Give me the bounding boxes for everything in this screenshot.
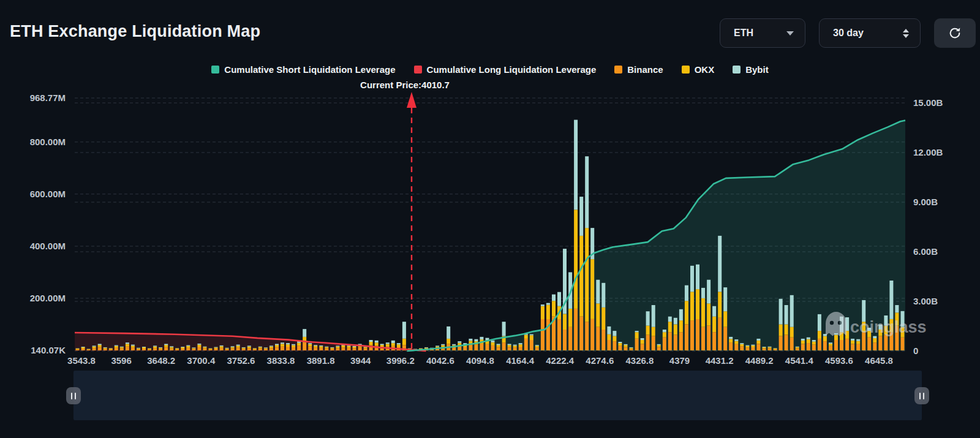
svg-text:3752.6: 3752.6 xyxy=(227,355,255,366)
svg-text:3596: 3596 xyxy=(111,355,131,366)
svg-text:4489.2: 4489.2 xyxy=(745,355,774,366)
svg-text:4042.6: 4042.6 xyxy=(426,355,454,366)
svg-text:4222.4: 4222.4 xyxy=(546,355,575,366)
svg-text:6.00B: 6.00B xyxy=(913,246,938,257)
svg-text:200.00M: 200.00M xyxy=(30,293,66,303)
svg-text:3996.2: 3996.2 xyxy=(386,355,415,366)
svg-text:0: 0 xyxy=(913,345,918,356)
svg-text:3944: 3944 xyxy=(350,355,371,366)
svg-text:140.07K: 140.07K xyxy=(31,345,66,355)
svg-text:600.00M: 600.00M xyxy=(30,189,66,199)
svg-text:12.00B: 12.00B xyxy=(913,147,943,157)
svg-text:4645.8: 4645.8 xyxy=(865,355,893,366)
svg-text:4593.6: 4593.6 xyxy=(825,355,853,366)
svg-text:4431.2: 4431.2 xyxy=(706,355,734,366)
svg-text:4541.4: 4541.4 xyxy=(785,355,814,366)
svg-text:3833.8: 3833.8 xyxy=(267,355,295,366)
svg-text:800.00M: 800.00M xyxy=(30,137,66,147)
svg-text:3543.8: 3543.8 xyxy=(67,355,96,366)
svg-text:9.00B: 9.00B xyxy=(913,197,938,207)
svg-text:15.00B: 15.00B xyxy=(913,97,943,108)
svg-text:4164.4: 4164.4 xyxy=(506,355,535,366)
navigator-right-handle[interactable] xyxy=(914,387,929,404)
svg-text:4094.8: 4094.8 xyxy=(466,355,494,366)
pause-icon xyxy=(919,393,921,399)
svg-text:4326.8: 4326.8 xyxy=(625,355,654,366)
pause-icon xyxy=(71,393,72,399)
svg-text:3891.8: 3891.8 xyxy=(307,355,335,366)
svg-text:968.77M: 968.77M xyxy=(30,93,66,103)
svg-text:3700.4: 3700.4 xyxy=(187,355,216,366)
navigator-track[interactable] xyxy=(74,371,922,420)
svg-text:coinglass: coinglass xyxy=(850,318,927,336)
svg-text:3.00B: 3.00B xyxy=(913,296,938,306)
svg-text:4379: 4379 xyxy=(669,355,690,366)
svg-text:3648.2: 3648.2 xyxy=(147,355,175,366)
svg-text:400.00M: 400.00M xyxy=(30,241,66,251)
svg-text:4274.6: 4274.6 xyxy=(586,355,614,366)
navigator-left-handle[interactable] xyxy=(66,387,81,404)
liquidation-map-app: ETH Exchange Liquidation Map ETH 30 day … xyxy=(0,0,980,438)
